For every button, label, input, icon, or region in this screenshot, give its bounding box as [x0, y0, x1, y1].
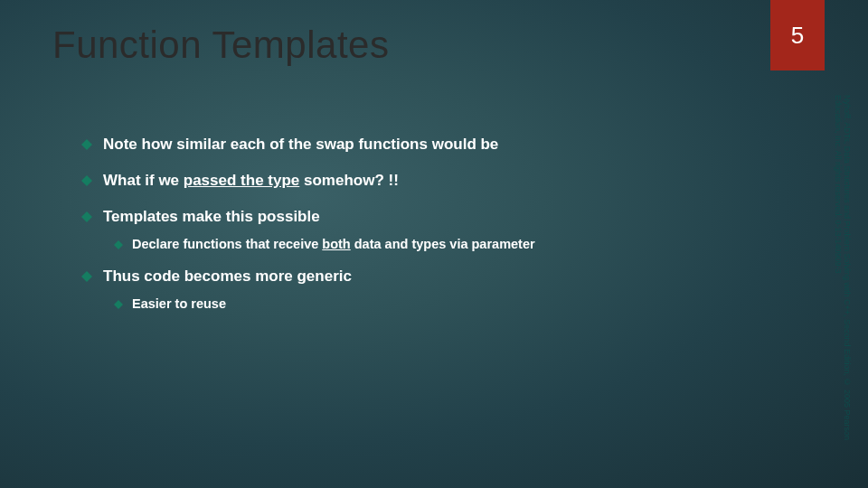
text-fragment: Declare functions that receive [132, 237, 322, 251]
list-item-text: Note how similar each of the swap functi… [103, 136, 498, 154]
page-number-badge: 5 [770, 0, 825, 70]
diamond-bullet-icon [81, 139, 92, 150]
list-item-text: What if we passed the type somehow? !! [103, 172, 399, 190]
diamond-bullet-icon [114, 240, 123, 249]
list-item-text: Thus code becomes more generic [103, 267, 352, 286]
text-fragment: somehow? !! [299, 172, 399, 189]
text-fragment: What if we [103, 172, 184, 189]
list-item: Templates make this possible [81, 208, 787, 226]
svg-marker-5 [114, 300, 123, 309]
svg-marker-1 [81, 175, 92, 186]
list-item: What if we passed the type somehow? !! [81, 172, 787, 190]
svg-marker-2 [81, 211, 92, 222]
list-item-text: Declare functions that receive both data… [132, 237, 535, 251]
diamond-bullet-icon [81, 271, 92, 282]
copyright-attribution: Nyhoff, ADTs, Data Structures and Proble… [825, 95, 852, 456]
diamond-bullet-icon [114, 300, 123, 309]
list-item: Declare functions that receive both data… [114, 237, 787, 251]
underlined-text: passed the type [184, 172, 300, 189]
list-item: Note how similar each of the swap functi… [81, 136, 787, 154]
slide-title: Function Templates [52, 23, 389, 67]
list-item: Thus code becomes more generic [81, 267, 787, 286]
svg-marker-0 [81, 139, 92, 150]
list-item-text: Templates make this possible [103, 208, 320, 226]
text-fragment: data and types via parameter [351, 237, 535, 251]
list-item-text: Easier to reuse [132, 296, 226, 311]
diamond-bullet-icon [81, 175, 92, 186]
slide-content: Note how similar each of the swap functi… [81, 136, 787, 327]
diamond-bullet-icon [81, 211, 92, 222]
list-item: Easier to reuse [114, 296, 787, 311]
underlined-text: both [322, 237, 350, 251]
svg-marker-4 [81, 271, 92, 282]
svg-marker-3 [114, 240, 123, 249]
